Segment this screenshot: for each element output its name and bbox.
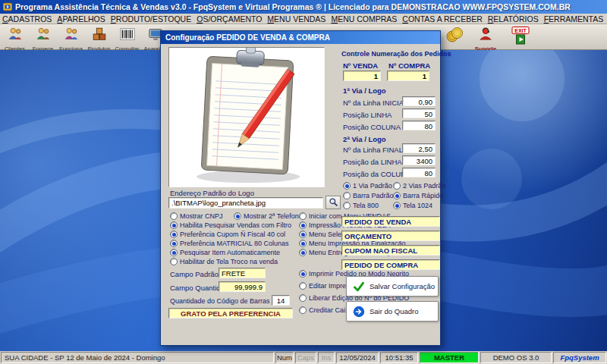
status-date: 12/05/2024 (336, 352, 379, 363)
employees-people-icon (63, 26, 80, 46)
option-cupom-nao-fiscal-40col[interactable]: Preferência Cupom Ñ Fiscal 40 col (170, 231, 285, 238)
via2-posicao-linha-label: Posição da LINHA (343, 158, 402, 166)
option-2-vias-padrao[interactable]: 2 Vias Padrão (393, 182, 445, 190)
radio-icon (234, 212, 241, 220)
exit-door-icon: EXIT (511, 26, 530, 49)
config-dialog: Configuração PEDIDO DE VENDA & COMPRA (160, 30, 441, 346)
option-tela-1024[interactable]: Tela 1024 (393, 202, 432, 209)
exit-dialog-label: Sair do Quadro (370, 307, 418, 315)
support-person-icon (477, 26, 494, 46)
status-version: DEMO OS 3.0 (480, 352, 552, 363)
via1-linha-inicial-input[interactable]: 0,90 (402, 96, 436, 106)
radio-icon (170, 212, 178, 220)
app-window: Programa Assistência Técnica & Vendas v3… (0, 0, 607, 364)
option-matricial-80-colunas[interactable]: Preferência MATRICIAL 80 Colunas (170, 240, 289, 247)
svg-text:EXIT: EXIT (514, 27, 527, 33)
radio-icon (299, 282, 307, 290)
option-barra-rapido[interactable]: Barra Rápido (393, 192, 443, 199)
toolbar-right-group: Suporte EXIT (443, 25, 536, 49)
via1-posicao-coluna-label: Posição COLUNA (343, 123, 401, 131)
radio-icon (170, 231, 178, 238)
blue-arrow-icon (353, 306, 365, 318)
via1-linha-inicial-label: Nº da Linha INICIAL (343, 99, 407, 107)
save-config-button[interactable]: Salvar Configuração (346, 276, 439, 297)
coins-icon (445, 26, 464, 47)
browse-logo-button[interactable] (326, 196, 341, 209)
via2-linha-final-label: Nº da Linha FINAL (343, 146, 403, 154)
status-location: SUA CIDADE - SP 12 de Maio de 2024 - Dom… (1, 352, 274, 363)
via2-posicao-coluna-input[interactable]: 80 (402, 168, 436, 177)
radio-icon (170, 258, 178, 265)
barcode-icon (119, 26, 136, 46)
menu-produto-estoque[interactable]: PRODUTO/ESTOQUE (111, 14, 191, 24)
numero-compra-input[interactable]: 1 (387, 71, 429, 81)
dialog-titlebar[interactable]: Configuração PEDIDO DE VENDA & COMPRA (161, 31, 440, 44)
menu-relatorios[interactable]: RELATÓRIOS (488, 14, 539, 24)
toolbar-clientes-button[interactable]: Clientes (2, 25, 28, 49)
via2-header: 2ª Via / Logo (343, 135, 386, 143)
exit-dialog-button[interactable]: Sair do Quadro (346, 301, 439, 322)
radio-icon (343, 182, 351, 190)
app-icon (3, 2, 12, 11)
toolbar-produtos-button[interactable]: Produtos (86, 25, 112, 49)
toolbar-funcionarios-button[interactable]: Funciona (58, 25, 84, 49)
option-mostrar-2-telefone[interactable]: Mostrar 2ª Telefone (234, 212, 303, 220)
option-barra-padrao[interactable]: Barra Padrão (343, 192, 394, 199)
via2-linha-final-input[interactable]: 2,50 (402, 143, 436, 153)
via1-posicao-coluna-input[interactable]: 80 (402, 121, 436, 130)
toolbar-exit-button[interactable]: EXIT (505, 25, 536, 49)
radio-icon (299, 221, 307, 229)
radio-icon (170, 240, 178, 247)
radio-icon (170, 221, 178, 229)
status-time: 10:51:35 (380, 352, 418, 363)
toolbar-caixa-button[interactable] (443, 25, 466, 49)
option-1-via-padrao[interactable]: 1 Via Padrão (343, 182, 392, 190)
radio-icon (393, 182, 401, 190)
option-mostrar-cnpj[interactable]: Mostrar CNPJ (170, 212, 223, 220)
status-bar: SUA CIDADE - SP 12 de Maio de 2024 - Dom… (0, 351, 607, 364)
menu-contas-a-receber[interactable]: CONTAS A RECEBER (402, 14, 482, 24)
numero-compra-label: Nº COMPRA (388, 61, 430, 70)
menu-bar: CADASTROS APARELHOS PRODUTO/ESTOQUE OS/O… (0, 14, 607, 24)
radio-icon (393, 192, 401, 199)
doc-field-pedido-de-compra[interactable]: PEDIDO DE COMPRA (341, 259, 440, 270)
clients-people-icon (7, 26, 24, 46)
window-titlebar: Programa Assistência Técnica & Vendas v3… (0, 0, 607, 14)
via1-posicao-linha-input[interactable]: 50 (402, 108, 436, 118)
status-caps-indicator: Caps (295, 352, 316, 363)
logo-path-input[interactable]: .\BITMAP\logo_prancheta.jpg (168, 197, 323, 209)
doc-field-pedido-de-venda[interactable]: PEDIDO DE VENDA (341, 216, 440, 227)
radio-icon (343, 202, 351, 209)
option-pesquisar-item-automaticamente[interactable]: Pesquisar Item Automaticamente (170, 249, 280, 256)
option-tela-800[interactable]: Tela 800 (343, 202, 379, 209)
menu-cadastros[interactable]: CADASTROS (2, 14, 52, 24)
via2-posicao-linha-input[interactable]: 3400 (402, 155, 436, 165)
via2-posicao-coluna-label: Posição da COLUNA (343, 170, 410, 178)
campo-padrao-input[interactable]: FRETE (219, 268, 266, 278)
toolbar-suporte-button[interactable]: Suporte (472, 25, 499, 49)
save-config-label: Salvar Configuração (370, 282, 435, 290)
campo-barras-input[interactable]: 14 (272, 295, 290, 306)
numero-venda-input[interactable]: 1 (343, 71, 381, 81)
option-pesquisar-vendas-filtro[interactable]: Habilita Pesquisar Vendas com Filtro (170, 221, 291, 229)
toolbar-consultar-button[interactable]: Consultar (114, 25, 140, 49)
menu-ferramentas[interactable]: FERRAMENTAS (544, 14, 604, 24)
dialog-title: Configuração PEDIDO DE VENDA & COMPRA (165, 33, 330, 42)
via1-posicao-linha-label: Posição LINHA (343, 111, 392, 119)
menu-os-orcamento[interactable]: OS/ORÇAMENTO (197, 14, 262, 24)
promo-banner: GRATO PELA PREFERENCIA (168, 308, 293, 318)
toolbar-fornecedores-button[interactable]: Fornece (30, 25, 56, 49)
radio-icon (299, 231, 307, 238)
status-brand: FpqSystem (553, 352, 606, 363)
menu-menu-vendas[interactable]: MENU VENDAS (267, 14, 326, 24)
campo-quantidade-input[interactable]: 99,999.9 (219, 281, 266, 292)
doc-field-cupom-nao-fiscal[interactable]: CUPOM NAO FISCAL (341, 245, 440, 256)
menu-aparelhos[interactable]: APARELHOS (57, 14, 105, 24)
radio-icon (299, 212, 307, 220)
campo-padrao-label: Campo Padrão (170, 270, 219, 278)
option-tela-troco-venda[interactable]: Habilitar de Tela Troco na venda (170, 258, 278, 265)
menu-menu-compras[interactable]: MENU COMPRAS (331, 14, 397, 24)
clipboard-image (168, 47, 325, 187)
magnifier-icon (329, 197, 338, 209)
doc-field-orcamento[interactable]: ORÇAMENTO (341, 231, 440, 241)
